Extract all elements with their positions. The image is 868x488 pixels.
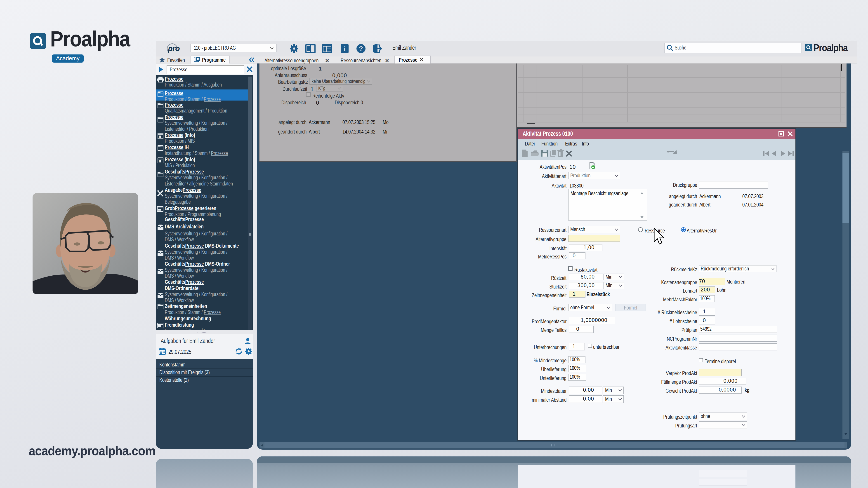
svg-text:i: i bbox=[344, 45, 346, 53]
svg-text:i: i bbox=[159, 135, 160, 138]
svg-text:pro: pro bbox=[168, 44, 180, 53]
svg-text:i: i bbox=[159, 160, 160, 163]
svg-text:?: ? bbox=[359, 45, 363, 52]
